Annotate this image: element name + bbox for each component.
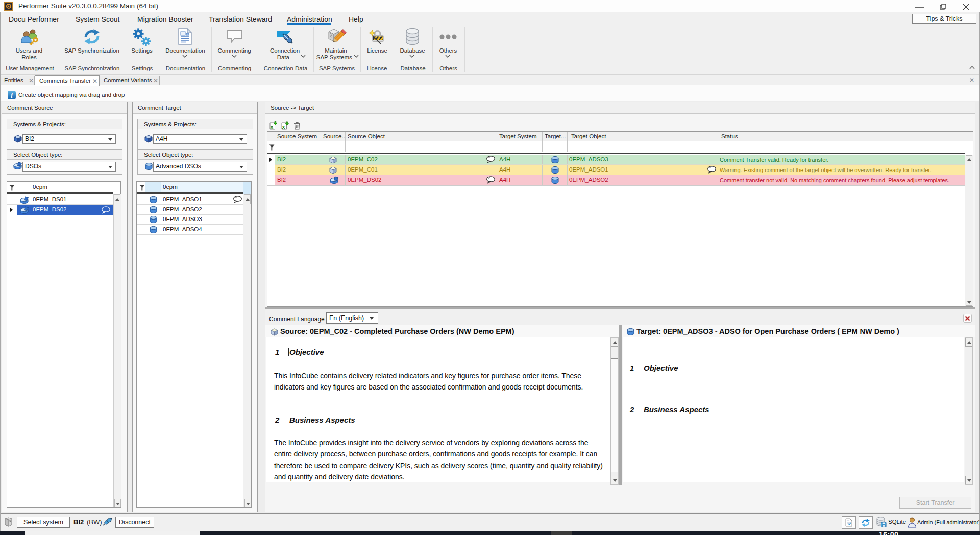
svg-text:x: x: [282, 124, 285, 130]
svg-text:i: i: [11, 91, 13, 99]
svg-text:x: x: [270, 124, 273, 130]
